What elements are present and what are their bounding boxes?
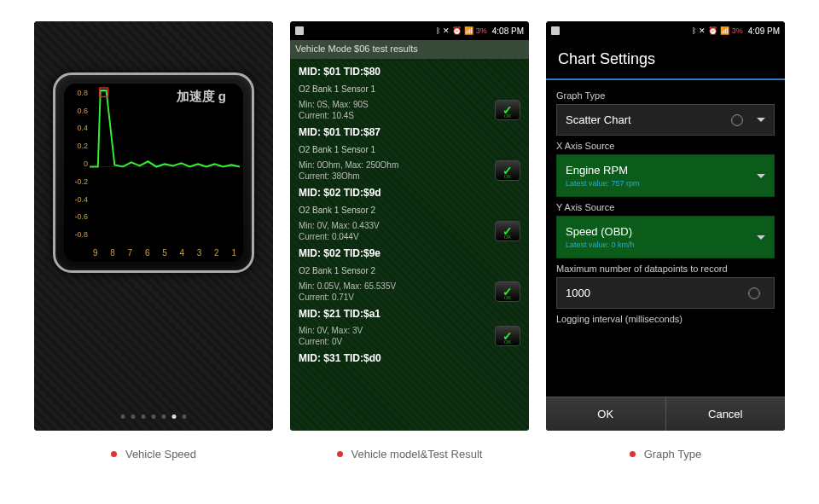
cancel-button[interactable]: Cancel xyxy=(666,397,786,431)
test-sensor: O2 Bank 1 Sensor 2 xyxy=(290,202,529,218)
dot-icon xyxy=(142,414,146,419)
caption-1: Vehicle Speed xyxy=(34,448,273,461)
status-bar: ᛒ ✕ ⏰ 📶 3% 4:09 PM xyxy=(546,21,785,40)
ok-check-button[interactable]: OK xyxy=(495,221,520,241)
caption-3: Graph Type xyxy=(546,448,785,461)
test-list[interactable]: MID: $01 TID:$80O2 Bank 1 Sensor 1Min: 0… xyxy=(290,59,529,431)
signal-icon: 📶 xyxy=(464,26,473,35)
dialog-title: Chart Settings xyxy=(546,40,785,80)
phone-chart-settings: ᛒ ✕ ⏰ 📶 3% 4:09 PM Chart Settings Graph … xyxy=(546,21,785,431)
test-sensor: O2 Bank 1 Sensor 1 xyxy=(290,142,529,158)
dot-icon xyxy=(162,414,166,419)
alarm-icon: ⏰ xyxy=(452,26,462,35)
status-bar: ᛒ ✕ ⏰ 📶 3% 4:08 PM xyxy=(290,21,529,40)
ok-check-button[interactable]: OK xyxy=(495,160,520,181)
page-indicator[interactable] xyxy=(121,414,187,419)
test-row: Min: 0V, Max: 0.433VCurrent: 0.044VOK xyxy=(290,218,529,244)
alarm-icon: ⏰ xyxy=(708,26,717,35)
logging-interval-label: Logging interval (milliseconds) xyxy=(556,314,775,324)
battery-level: 3% xyxy=(476,26,487,35)
dot-icon xyxy=(152,414,156,419)
bullet-icon xyxy=(337,451,343,457)
clock: 4:09 PM xyxy=(748,26,780,36)
test-mid-tid: MID: $31 TID:$d0 xyxy=(290,349,529,368)
bullet-icon xyxy=(630,451,636,457)
dot-icon xyxy=(183,414,187,419)
mute-icon: ✕ xyxy=(699,26,706,35)
phone-vehicle-speed: 加速度 g 0.8 0.6 0.4 0.2 0 -0.2 -0.4 -0.6 -… xyxy=(34,21,273,431)
graph-type-label: Graph Type xyxy=(556,90,775,101)
test-sensor: O2 Bank 1 Sensor 2 xyxy=(290,263,529,279)
dot-icon xyxy=(121,414,125,419)
test-mid-tid: MID: $02 TID:$9e xyxy=(290,244,529,263)
chevron-down-icon xyxy=(757,118,765,122)
caption-2: Vehicle model&Test Result xyxy=(290,448,529,461)
test-mid-tid: MID: $01 TID:$80 xyxy=(290,62,529,81)
y-axis-select[interactable]: Speed (OBD) Latest value: 0 km/h xyxy=(556,216,775,258)
clock: 4:08 PM xyxy=(492,26,524,36)
x-axis: 9 8 7 6 5 4 3 2 1 xyxy=(90,248,240,260)
test-values: Min: 0Ohm, Max: 250OhmCurrent: 38Ohm xyxy=(299,159,398,182)
radio-icon xyxy=(731,114,743,126)
max-datapoints-label: Maximum number of datapoints to record xyxy=(556,264,775,274)
dot-icon xyxy=(172,414,177,419)
app-icon xyxy=(295,26,304,35)
x-axis-label: X Axis Source xyxy=(556,141,775,151)
y-axis-label: Y Axis Source xyxy=(556,202,775,212)
mute-icon: ✕ xyxy=(443,26,450,35)
y-axis: 0.8 0.6 0.4 0.2 0 -0.2 -0.4 -0.6 -0.8 xyxy=(67,85,90,246)
test-row: Min: 0.05V, Max: 65.535VCurrent: 0.71VOK xyxy=(290,279,529,304)
test-values: Min: 0S, Max: 90SCurrent: 10.4S xyxy=(299,99,369,121)
test-row: Min: 0S, Max: 90SCurrent: 10.4SOK xyxy=(290,97,529,123)
x-axis-select[interactable]: Engine RPM Latest value: 757 rpm xyxy=(556,154,775,197)
bluetooth-icon: ᛒ xyxy=(436,26,440,35)
max-datapoints-input[interactable]: 1000 xyxy=(556,277,775,309)
ok-check-button[interactable]: OK xyxy=(495,281,520,302)
test-row: Min: 0V, Max: 3VCurrent: 0VOK xyxy=(290,323,529,349)
bullet-icon xyxy=(111,451,117,457)
test-mid-tid: MID: $21 TID:$a1 xyxy=(290,304,529,323)
graph-type-select[interactable]: Scatter Chart xyxy=(556,104,775,136)
bluetooth-icon: ᛒ xyxy=(692,26,696,35)
ok-check-button[interactable]: OK xyxy=(495,100,520,120)
gauge-widget: 加速度 g 0.8 0.6 0.4 0.2 0 -0.2 -0.4 -0.6 -… xyxy=(53,72,254,273)
app-icon xyxy=(551,26,560,35)
test-row: Min: 0Ohm, Max: 250OhmCurrent: 38OhmOK xyxy=(290,158,529,183)
radio-icon xyxy=(748,287,760,299)
test-sensor: O2 Bank 1 Sensor 1 xyxy=(290,81,529,97)
dot-icon xyxy=(131,414,136,419)
test-values: Min: 0V, Max: 0.433VCurrent: 0.044V xyxy=(299,220,380,242)
test-mid-tid: MID: $02 TID:$9d xyxy=(290,183,529,202)
gauge-screen: 加速度 g 0.8 0.6 0.4 0.2 0 -0.2 -0.4 -0.6 -… xyxy=(34,21,273,431)
phone-test-results: ᛒ ✕ ⏰ 📶 3% 4:08 PM Vehicle Mode $06 test… xyxy=(290,21,529,431)
ok-button[interactable]: OK xyxy=(546,397,666,431)
test-mid-tid: MID: $01 TID:$87 xyxy=(290,123,529,142)
screen-header: Vehicle Mode $06 test results xyxy=(290,40,529,59)
test-values: Min: 0.05V, Max: 65.535VCurrent: 0.71V xyxy=(299,281,396,303)
chart-plot xyxy=(90,87,240,246)
chevron-down-icon xyxy=(757,235,765,240)
battery-level: 3% xyxy=(732,26,743,35)
signal-icon: 📶 xyxy=(720,26,729,35)
test-values: Min: 0V, Max: 3VCurrent: 0V xyxy=(299,325,363,347)
settings-dialog: Chart Settings Graph Type Scatter Chart … xyxy=(546,40,785,431)
ok-check-button[interactable]: OK xyxy=(495,326,520,346)
chevron-down-icon xyxy=(757,174,765,178)
